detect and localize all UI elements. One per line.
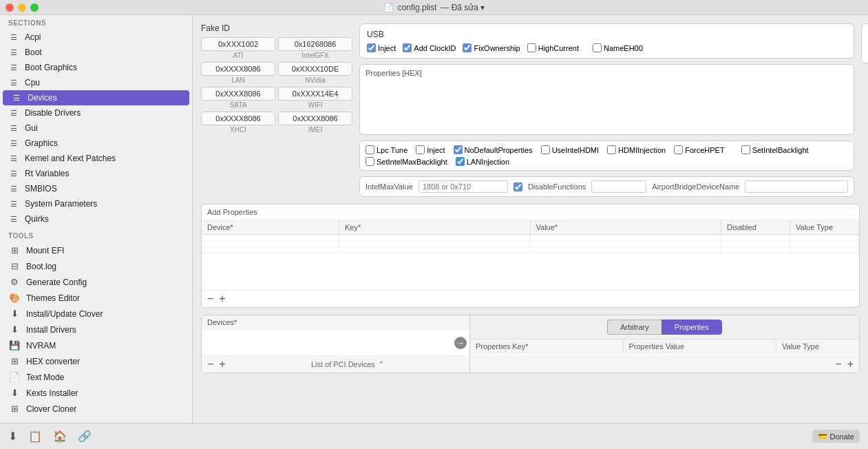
no-default-props-label[interactable]: NoDefaultProperties xyxy=(454,145,533,154)
lan-input[interactable] xyxy=(201,62,275,76)
sidebar-item-install-drivers[interactable]: ⬇ Install Drivers xyxy=(0,322,192,337)
sidebar-item-devices[interactable]: ☰ Devices xyxy=(3,90,189,105)
sata-label: SATA xyxy=(230,101,247,109)
sidebar-item-rt-variables[interactable]: ☰ Rt Variables xyxy=(0,166,192,181)
sidebar-item-gui[interactable]: ☰ Gui xyxy=(0,121,192,136)
add-row-button[interactable]: + xyxy=(219,293,225,304)
footer-icon-2[interactable]: 📋 xyxy=(28,430,42,443)
hdmi-injection-label[interactable]: HDMIInjection xyxy=(607,145,666,154)
audio-inner: Audio Inject 0 1 2 AFGLowPowerState Rese… xyxy=(861,23,868,63)
minimize-button[interactable] xyxy=(18,3,26,12)
remove-row-button[interactable]: − xyxy=(207,293,213,304)
high-current-label[interactable]: HighCurrent xyxy=(527,43,579,52)
footer-icon-3[interactable]: 🏠 xyxy=(53,430,67,443)
properties-tab[interactable]: Properties xyxy=(661,320,722,335)
set-intel-backlight-label[interactable]: SetIntelBacklight xyxy=(741,145,809,154)
sidebar-item-install-update-clover[interactable]: ⬇ Install/Update Clover xyxy=(0,306,192,322)
xhci-input[interactable] xyxy=(201,112,275,125)
imei-input[interactable] xyxy=(278,112,352,125)
lan-injection-label[interactable]: LANInjection xyxy=(456,157,509,166)
sidebar-item-system-parameters[interactable]: ☰ System Parameters xyxy=(0,196,192,211)
use-intel-hdmi-text: UseIntelHDMI xyxy=(552,146,599,154)
sidebar-item-boot[interactable]: ☰ Boot xyxy=(0,45,192,60)
properties-footer: − + xyxy=(470,355,859,373)
sidebar-item-disable-drivers[interactable]: ☰ Disable Drivers xyxy=(0,105,192,121)
sidebar-item-boot-graphics[interactable]: ☰ Boot Graphics xyxy=(0,60,192,75)
use-intel-hdmi-checkbox[interactable] xyxy=(541,145,550,154)
props-add-button[interactable]: + xyxy=(847,359,854,370)
force-hpet-label[interactable]: ForceHPET xyxy=(674,145,724,154)
sidebar-item-hex-converter[interactable]: ⊞ HEX converter xyxy=(0,353,192,369)
sidebar-item-quirks[interactable]: ☰ Quirks xyxy=(0,211,192,227)
set-intel-max-backlight-label[interactable]: SetIntelMaxBacklight xyxy=(366,157,447,166)
add-clock-id-label[interactable]: Add ClockID xyxy=(403,43,456,52)
inject-cb[interactable] xyxy=(416,145,425,154)
sidebar-item-text-mode[interactable]: 📄 Text Mode xyxy=(0,369,192,385)
devices-add-button[interactable]: + xyxy=(219,359,225,370)
lpc-tune-label[interactable]: Lpc Tune xyxy=(366,145,407,154)
inject-checkbox-label[interactable]: Inject xyxy=(367,43,396,52)
sidebar-item-themes-editor[interactable]: 🎨 Themes Editor xyxy=(0,290,192,306)
sidebar-item-kexts-installer[interactable]: ⬇ Kexts Installer xyxy=(0,385,192,401)
lan-injection-checkbox[interactable] xyxy=(456,157,465,166)
set-intel-max-backlight-checkbox[interactable] xyxy=(366,157,374,166)
name-eh00-checkbox[interactable] xyxy=(593,43,602,52)
footer-icon-4[interactable]: 🔗 xyxy=(78,430,92,443)
nvidia-input[interactable] xyxy=(278,62,352,76)
inject-cb-label[interactable]: Inject xyxy=(416,145,445,154)
maximize-button[interactable] xyxy=(30,3,39,12)
no-default-props-checkbox[interactable] xyxy=(454,145,463,154)
sata-input[interactable] xyxy=(201,87,275,101)
sidebar-item-smbios[interactable]: ☰ SMBIOS xyxy=(0,181,192,196)
sidebar-item-mount-efi[interactable]: ⊞ Mount EFI xyxy=(0,242,192,258)
properties-hex-textarea[interactable] xyxy=(366,80,848,128)
sidebar-item-label: Acpi xyxy=(25,32,41,42)
lpc-tune-checkbox[interactable] xyxy=(366,145,374,154)
sidebar-item-cpu[interactable]: ☰ Cpu xyxy=(0,75,192,90)
devices-area: → xyxy=(202,330,469,355)
clover-icon: ⊞ xyxy=(8,404,21,414)
set-intel-backlight-checkbox[interactable] xyxy=(741,145,750,154)
use-intel-hdmi-label[interactable]: UseIntelHDMI xyxy=(541,145,599,154)
sidebar-item-clover-cloner[interactable]: ⊞ Clover Cloner xyxy=(0,401,192,417)
devices-textarea[interactable] xyxy=(202,330,469,355)
name-eh00-label[interactable]: NameEH00 xyxy=(593,43,643,52)
inject-checkbox[interactable] xyxy=(367,43,376,52)
intel-max-value-input[interactable] xyxy=(419,180,508,193)
high-current-checkbox[interactable] xyxy=(527,43,536,52)
arbitrary-tab[interactable]: Arbitrary xyxy=(607,320,661,335)
sidebar-item-label: HEX converter xyxy=(26,357,80,366)
props-remove-button[interactable]: − xyxy=(835,359,841,370)
window-controls[interactable] xyxy=(6,3,39,12)
close-button[interactable] xyxy=(6,3,14,12)
sidebar-item-nvram[interactable]: 💾 NVRAM xyxy=(0,337,192,353)
wifi-input[interactable] xyxy=(278,87,352,101)
list-icon: ☰ xyxy=(8,48,19,57)
fix-ownership-checkbox[interactable] xyxy=(463,43,472,52)
sidebar-item-generate-config[interactable]: ⚙ Generate Config xyxy=(0,274,192,290)
donate-button[interactable]: 💳 Donate xyxy=(812,430,860,443)
fix-ownership-label[interactable]: FixOwnership xyxy=(463,43,520,52)
devices-remove-button[interactable]: − xyxy=(207,359,213,370)
ati-input[interactable] xyxy=(201,37,275,51)
list-icon: ☰ xyxy=(8,154,19,163)
filename: config.plist xyxy=(398,3,437,12)
disable-functions-input[interactable] xyxy=(591,180,646,193)
hdmi-injection-checkbox[interactable] xyxy=(607,145,616,154)
pci-list-label: List of PCI Devices ⌃ xyxy=(231,360,464,369)
top-panels: Fake ID ATI IntelGFX LAN xyxy=(201,23,860,197)
add-clock-id-checkbox[interactable] xyxy=(403,43,412,52)
intel-max-value-checkbox[interactable] xyxy=(514,182,522,191)
airport-bridge-input[interactable] xyxy=(745,180,848,193)
sidebar-item-graphics[interactable]: ☰ Graphics xyxy=(0,136,192,151)
sidebar-item-acpi[interactable]: ☰ Acpi xyxy=(0,30,192,45)
high-current-text: HighCurrent xyxy=(538,44,579,52)
sidebar-item-kernel-kext[interactable]: ☰ Kernel and Kext Patches xyxy=(0,151,192,166)
sidebar-item-boot-log[interactable]: ⊟ Boot.log xyxy=(0,258,192,274)
sidebar-item-label: Install/Update Clover xyxy=(26,309,103,319)
arrow-button[interactable]: → xyxy=(454,337,467,349)
intelgfx-input[interactable] xyxy=(278,37,352,51)
footer-icon-1[interactable]: ⬇ xyxy=(8,430,17,443)
force-hpet-checkbox[interactable] xyxy=(674,145,683,154)
add-clock-id-text: Add ClockID xyxy=(414,44,456,52)
